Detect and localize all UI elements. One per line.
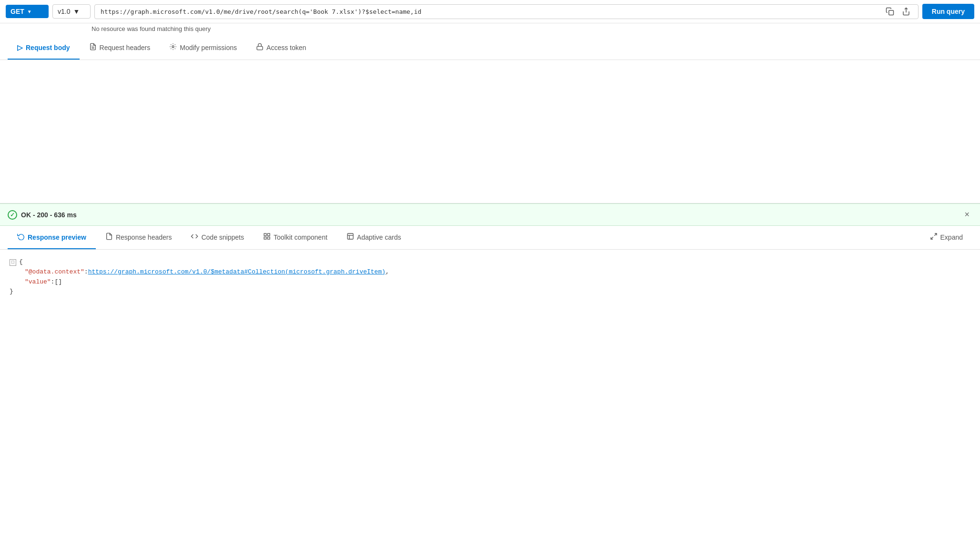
run-query-button[interactable]: Run query: [922, 4, 974, 19]
expand-icon: [930, 233, 938, 242]
response-panel: Response preview Response headers Code s…: [0, 226, 980, 307]
url-bar-icons: [882, 6, 914, 17]
tab-request-body-label: Request body: [26, 44, 70, 51]
version-label: v1.0: [58, 8, 70, 15]
access-token-icon: [256, 43, 264, 52]
request-tabs-bar: ▷ Request body Request headers: [0, 36, 980, 60]
json-open-brace: {: [19, 257, 23, 267]
json-root-line: □ {: [10, 257, 970, 267]
tab-modify-permissions[interactable]: Modify permissions: [160, 36, 246, 60]
tab-code-snippets-label: Code snippets: [201, 233, 244, 241]
method-dropdown[interactable]: GET ▼: [6, 5, 49, 18]
version-dropdown[interactable]: v1.0 ▼: [52, 4, 91, 19]
tab-toolkit-component-label: Toolkit component: [274, 233, 327, 241]
request-body-content: [0, 60, 980, 203]
close-response-button[interactable]: ×: [961, 209, 972, 221]
svg-rect-14: [347, 233, 353, 239]
tab-adaptive-cards[interactable]: Adaptive cards: [337, 226, 411, 249]
request-panel: ▷ Request body Request headers: [0, 36, 980, 203]
tab-request-headers-label: Request headers: [100, 44, 151, 51]
tab-expand-label: Expand: [940, 233, 963, 241]
svg-rect-13: [264, 237, 266, 239]
svg-line-18: [931, 237, 933, 239]
json-value-key: "value": [25, 277, 51, 287]
copy-url-button[interactable]: [884, 6, 896, 17]
response-content: □ { "@odata.context" : https://graph.mic…: [0, 250, 980, 307]
svg-line-17: [934, 233, 937, 236]
share-url-button[interactable]: [900, 6, 912, 17]
tab-code-snippets[interactable]: Code snippets: [181, 226, 254, 249]
json-colon-1: :: [84, 267, 88, 277]
method-chevron-icon: ▼: [27, 9, 32, 14]
status-text: OK - 200 - 636 ms: [21, 211, 77, 219]
toolkit-component-icon: [263, 233, 271, 242]
svg-rect-9: [257, 46, 263, 50]
json-body: "@odata.context" : https://graph.microso…: [10, 267, 970, 287]
svg-rect-11: [267, 233, 270, 236]
svg-rect-10: [264, 233, 266, 236]
status-ok-icon: ✓: [8, 210, 17, 220]
tab-access-token-label: Access token: [266, 44, 306, 51]
svg-rect-12: [267, 237, 270, 239]
json-context-line: "@odata.context" : https://graph.microso…: [25, 267, 970, 277]
tab-request-body[interactable]: ▷ Request body: [8, 37, 80, 60]
request-headers-icon: [89, 43, 97, 52]
adaptive-cards-icon: [347, 233, 354, 242]
tab-response-preview[interactable]: Response preview: [8, 226, 96, 249]
method-label: GET: [10, 8, 24, 15]
status-left: ✓ OK - 200 - 636 ms: [8, 210, 77, 220]
top-bar: GET ▼ v1.0 ▼ Run query: [0, 0, 980, 23]
url-input[interactable]: [99, 5, 882, 19]
json-colon-2: :: [51, 277, 55, 287]
tab-response-headers-label: Response headers: [116, 233, 172, 241]
svg-point-4: [172, 46, 174, 48]
collapse-box[interactable]: □: [10, 259, 16, 266]
json-close-brace: }: [10, 287, 13, 297]
tab-request-headers[interactable]: Request headers: [80, 36, 160, 60]
no-resource-message: No resource was found matching this quer…: [86, 23, 980, 36]
response-tabs-bar: Response preview Response headers Code s…: [0, 226, 980, 250]
json-context-key: "@odata.context": [25, 267, 84, 277]
tab-response-preview-label: Response preview: [28, 233, 86, 241]
response-status-bar: ✓ OK - 200 - 636 ms ×: [0, 203, 980, 226]
json-value-line: "value" : []: [25, 277, 970, 287]
url-bar: [94, 4, 919, 19]
svg-rect-0: [889, 10, 894, 15]
version-chevron-icon: ▼: [73, 8, 80, 15]
tab-toolkit-component[interactable]: Toolkit component: [254, 226, 337, 249]
json-context-value[interactable]: https://graph.microsoft.com/v1.0/$metada…: [88, 267, 386, 277]
tab-modify-permissions-label: Modify permissions: [180, 44, 237, 51]
code-snippets-icon: [191, 233, 198, 242]
response-preview-icon: [17, 233, 25, 242]
tab-response-headers[interactable]: Response headers: [96, 226, 182, 249]
modify-permissions-icon: [169, 43, 177, 52]
json-comma-1: ,: [386, 267, 389, 277]
tab-access-token[interactable]: Access token: [246, 36, 316, 60]
tab-adaptive-cards-label: Adaptive cards: [357, 233, 401, 241]
tab-expand[interactable]: Expand: [920, 226, 972, 249]
json-close-line: }: [10, 287, 970, 297]
response-headers-icon: [105, 233, 113, 242]
request-body-icon: ▷: [17, 43, 23, 52]
json-value-val: []: [54, 277, 62, 287]
